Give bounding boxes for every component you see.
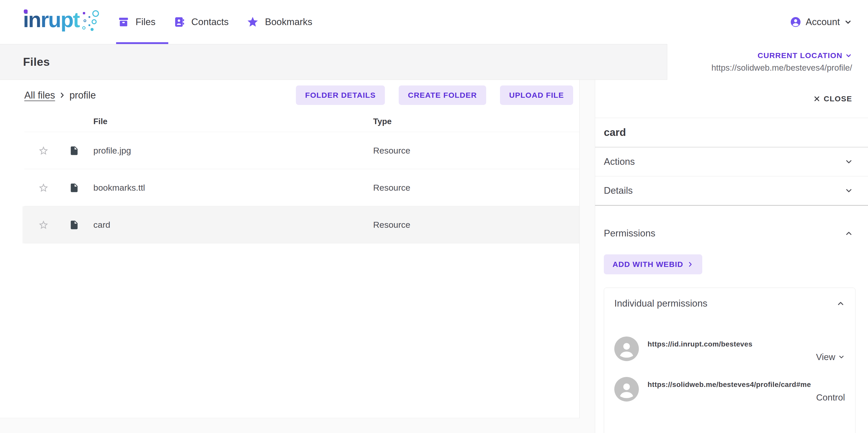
page-title: Files: [23, 55, 50, 68]
permission-webid: https://solidweb.me/besteves4/profile/ca…: [648, 380, 845, 389]
avatar: [614, 377, 639, 402]
current-location-dropdown[interactable]: CURRENT LOCATION: [757, 51, 852, 60]
tab-files[interactable]: Files: [118, 0, 155, 44]
create-folder-button[interactable]: CREATE FOLDER: [399, 85, 486, 105]
podbrowser-app: inrupt Files: [0, 0, 868, 433]
access-level-dropdown[interactable]: View: [816, 352, 845, 362]
file-table-header: File Type: [0, 111, 579, 132]
tab-contacts[interactable]: Contacts: [174, 0, 229, 44]
permission-webid: https://id.inrupt.com/besteves: [648, 340, 845, 348]
favorite-star-icon[interactable]: [24, 220, 53, 230]
column-header-type: Type: [373, 117, 579, 126]
file-browser: All files profile FOLDER DETAILS CREATE …: [0, 80, 580, 418]
file-icon: [53, 183, 84, 193]
file-type: Resource: [373, 183, 579, 193]
access-level-label: View: [816, 352, 835, 362]
body: All files profile FOLDER DETAILS CREATE …: [0, 80, 868, 433]
chevron-down-icon: [844, 186, 853, 195]
account-menu[interactable]: Account: [790, 16, 852, 28]
accordion-actions[interactable]: Actions: [595, 147, 868, 176]
table-row[interactable]: bookmarks.ttl Resource: [0, 169, 579, 206]
panel-title-row: card: [595, 118, 868, 147]
breadcrumb-chevron-right-icon: [59, 92, 66, 99]
chevron-up-icon: [836, 299, 845, 308]
permission-entry: https://id.inrupt.com/besteves View: [614, 337, 845, 362]
location-bar: Files CURRENT LOCATION https://solidweb.…: [0, 44, 868, 80]
current-location-chevron-down-icon: [845, 52, 852, 59]
accordion-details[interactable]: Details: [595, 176, 868, 205]
table-row[interactable]: profile.jpg Resource: [0, 132, 579, 169]
table-row-selected[interactable]: card Resource: [0, 206, 579, 243]
main-nav: Files Contacts Bookmarks: [118, 0, 312, 44]
accordion-permissions[interactable]: Permissions: [595, 219, 868, 248]
add-with-webid-button[interactable]: ADD WITH WEBID: [604, 254, 702, 275]
tab-files-label: Files: [135, 17, 155, 27]
logo-dots-decoration: [81, 9, 103, 35]
breadcrumb-all-files-link[interactable]: All files: [24, 90, 55, 101]
breadcrumb: All files profile: [24, 90, 96, 101]
accordion-permissions-label: Permissions: [604, 228, 655, 239]
chevron-down-icon: [844, 157, 853, 166]
folder-details-button[interactable]: FOLDER DETAILS: [296, 85, 385, 105]
file-name: card: [84, 220, 373, 230]
accordion-details-label: Details: [604, 185, 633, 196]
chevron-down-icon: [838, 353, 845, 360]
file-name: profile.jpg: [84, 146, 373, 155]
files-icon: [118, 16, 129, 28]
current-location-url: https://solidweb.me/besteves4/profile/: [712, 63, 852, 73]
current-location-area: CURRENT LOCATION https://solidweb.me/bes…: [667, 44, 868, 80]
close-label: CLOSE: [824, 94, 852, 103]
toolbar-buttons: FOLDER DETAILS CREATE FOLDER UPLOAD FILE: [296, 85, 573, 105]
file-type: Resource: [373, 146, 579, 155]
chevron-right-icon: [687, 261, 693, 268]
content-gap: [580, 80, 595, 433]
permission-entry: https://solidweb.me/besteves4/profile/ca…: [614, 377, 845, 403]
chevron-up-icon: [844, 229, 853, 238]
app-header: inrupt Files: [0, 0, 868, 44]
account-chevron-down-icon: [844, 18, 852, 26]
upload-file-button[interactable]: UPLOAD FILE: [500, 85, 573, 105]
inrupt-logo-text: inrupt: [23, 9, 79, 30]
file-icon: [53, 146, 84, 156]
accordion-actions-label: Actions: [604, 156, 635, 167]
avatar: [614, 337, 639, 361]
resource-details-panel: CLOSE card Actions Details: [595, 80, 868, 433]
individual-permissions-box: Individual permissions https://id.inrupt…: [604, 288, 856, 433]
file-table: File Type profile.jpg Resource: [0, 111, 579, 243]
individual-permissions-title: Individual permissions: [614, 298, 707, 309]
column-header-file: File: [84, 117, 373, 126]
access-level-label: Control: [816, 392, 845, 403]
individual-permissions-header[interactable]: Individual permissions: [614, 297, 845, 310]
access-level-static: Control: [816, 392, 845, 403]
favorite-star-icon[interactable]: [24, 182, 53, 193]
close-panel-button[interactable]: CLOSE: [595, 80, 868, 118]
toolbar: All files profile FOLDER DETAILS CREATE …: [0, 80, 579, 105]
page-title-bar: Files: [0, 44, 667, 80]
account-icon: [790, 16, 802, 28]
add-with-webid-label: ADD WITH WEBID: [613, 260, 683, 269]
close-icon: [813, 95, 820, 102]
account-label: Account: [806, 17, 840, 27]
tab-bookmarks[interactable]: Bookmarks: [247, 0, 312, 44]
contacts-icon: [174, 16, 185, 28]
file-icon: [53, 220, 84, 230]
bookmarks-star-icon: [247, 16, 259, 28]
tab-bookmarks-label: Bookmarks: [265, 17, 312, 27]
file-name: bookmarks.ttl: [84, 183, 373, 193]
inrupt-logo[interactable]: inrupt: [23, 9, 103, 35]
tab-contacts-label: Contacts: [191, 17, 229, 27]
current-location-label: CURRENT LOCATION: [757, 51, 842, 60]
panel-title: card: [604, 126, 626, 139]
favorite-star-icon[interactable]: [24, 145, 53, 156]
file-type: Resource: [373, 220, 579, 230]
breadcrumb-current: profile: [69, 90, 96, 101]
